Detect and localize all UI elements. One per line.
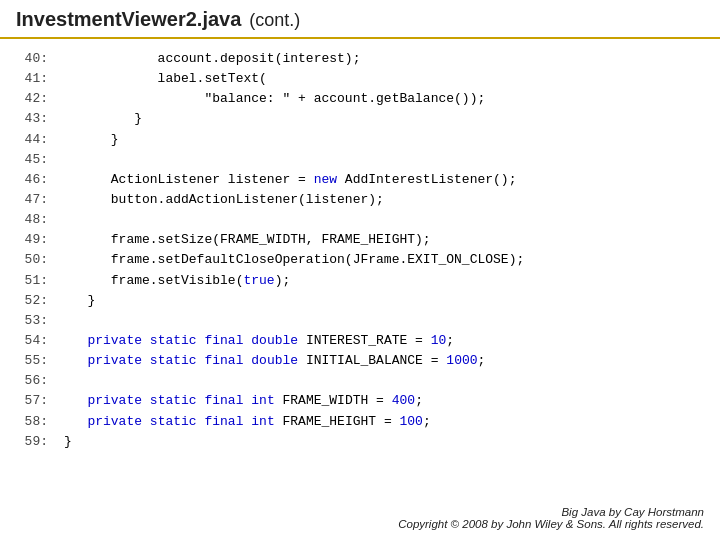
table-row: 47: button.addActionListener(listener); (16, 190, 704, 210)
line-number: 42: (16, 89, 48, 109)
line-number: 54: (16, 331, 48, 351)
table-row: 49: frame.setSize(FRAME_WIDTH, FRAME_HEI… (16, 230, 704, 250)
line-number: 51: (16, 271, 48, 291)
table-row: 48: (16, 210, 704, 230)
line-number: 47: (16, 190, 48, 210)
line-code: private static final int FRAME_HEIGHT = … (64, 412, 431, 432)
table-row: 54: private static final double INTEREST… (16, 331, 704, 351)
line-code: frame.setDefaultCloseOperation(JFrame.EX… (64, 250, 524, 270)
table-row: 44: } (16, 130, 704, 150)
line-number: 52: (16, 291, 48, 311)
table-row: 41: label.setText( (16, 69, 704, 89)
line-number: 50: (16, 250, 48, 270)
line-number: 45: (16, 150, 48, 170)
table-row: 52: } (16, 291, 704, 311)
line-code: button.addActionListener(listener); (64, 190, 384, 210)
table-row: 53: (16, 311, 704, 331)
table-row: 56: (16, 371, 704, 391)
footer-line2: Copyright © 2008 by John Wiley & Sons. A… (398, 518, 704, 530)
table-row: 50: frame.setDefaultCloseOperation(JFram… (16, 250, 704, 270)
line-code: private static final int FRAME_WIDTH = 4… (64, 391, 423, 411)
line-number: 57: (16, 391, 48, 411)
line-number: 44: (16, 130, 48, 150)
table-row: 55: private static final double INITIAL_… (16, 351, 704, 371)
line-code: frame.setSize(FRAME_WIDTH, FRAME_HEIGHT)… (64, 230, 431, 250)
line-code: private static final double INITIAL_BALA… (64, 351, 485, 371)
line-code: } (64, 291, 95, 311)
line-code: } (64, 130, 119, 150)
line-number: 56: (16, 371, 48, 391)
table-row: 57: private static final int FRAME_WIDTH… (16, 391, 704, 411)
line-number: 48: (16, 210, 48, 230)
table-row: 40: account.deposit(interest); (16, 49, 704, 69)
slide-header: InvestmentViewer2.java (cont.) (0, 0, 720, 39)
line-code: } (64, 432, 72, 452)
line-number: 41: (16, 69, 48, 89)
file-title: InvestmentViewer2.java (16, 8, 241, 31)
line-code: label.setText( (64, 69, 267, 89)
footer-line1: Big Java by Cay Horstmann (398, 506, 704, 518)
line-code: } (64, 109, 142, 129)
line-number: 53: (16, 311, 48, 331)
file-subtitle: (cont.) (249, 10, 300, 31)
line-code: "balance: " + account.getBalance()); (64, 89, 485, 109)
line-code: frame.setVisible(true); (64, 271, 290, 291)
line-code: ActionListener listener = new AddInteres… (64, 170, 516, 190)
line-number: 40: (16, 49, 48, 69)
line-number: 43: (16, 109, 48, 129)
table-row: 42: "balance: " + account.getBalance()); (16, 89, 704, 109)
line-number: 49: (16, 230, 48, 250)
table-row: 43: } (16, 109, 704, 129)
line-number: 58: (16, 412, 48, 432)
line-number: 55: (16, 351, 48, 371)
line-number: 59: (16, 432, 48, 452)
table-row: 58: private static final int FRAME_HEIGH… (16, 412, 704, 432)
line-number: 46: (16, 170, 48, 190)
table-row: 51: frame.setVisible(true); (16, 271, 704, 291)
footer: Big Java by Cay Horstmann Copyright © 20… (398, 506, 704, 530)
line-code: private static final double INTEREST_RAT… (64, 331, 454, 351)
table-row: 59:} (16, 432, 704, 452)
line-code: account.deposit(interest); (64, 49, 360, 69)
code-block: 40: account.deposit(interest);41: label.… (0, 39, 720, 456)
table-row: 46: ActionListener listener = new AddInt… (16, 170, 704, 190)
table-row: 45: (16, 150, 704, 170)
